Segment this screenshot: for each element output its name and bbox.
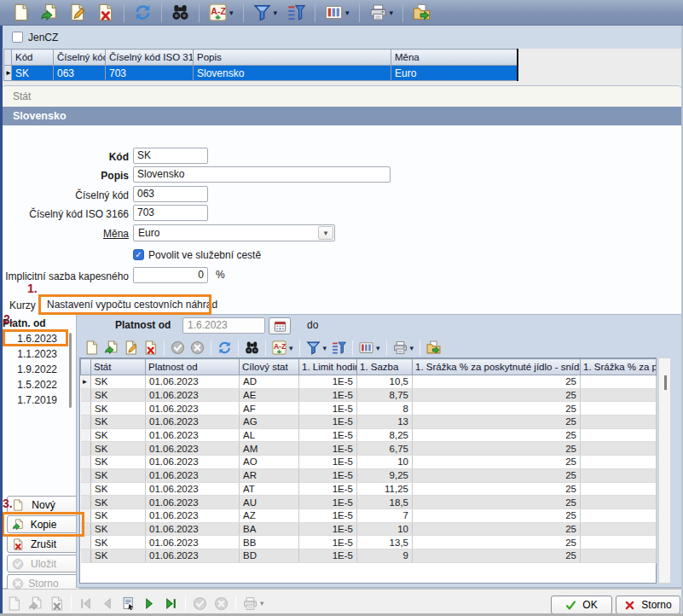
dropdown-arrow[interactable]: ▾ [289,344,293,352]
rates-cell[interactable]: 01.06.2023 [146,375,240,389]
rates-cell[interactable]: 13 [357,416,413,429]
refresh-button[interactable] [215,339,234,357]
rates-cell[interactable]: 01.06.2023 [146,442,240,456]
previous-record-button[interactable] [96,592,118,614]
col-limit-hodin[interactable]: 1. Limit hodin [299,359,357,375]
date-item[interactable]: 1.5.2022 [1,377,67,392]
countries-grid-selected-row[interactable]: ► SK 063 703 Slovensko Euro [4,66,518,81]
rates-cell[interactable]: AL [240,428,299,442]
rates-cell[interactable]: SK [91,549,146,562]
rates-cell[interactable] [581,416,657,429]
dropdown-arrow[interactable]: ▾ [410,344,414,352]
rates-cell[interactable] [581,402,657,416]
cell-ciselny-kod[interactable]: 063 [54,66,106,81]
rates-cell[interactable] [581,496,657,509]
rates-cell[interactable]: AF [240,402,299,416]
rates-cell[interactable]: SK [91,428,146,442]
delete-button[interactable] [46,592,67,614]
col-kod[interactable]: Kód [12,49,54,66]
new-button[interactable] [7,2,35,24]
rates-cell[interactable]: 01.06.2023 [146,482,240,496]
col-srazka-snidane[interactable]: 1. Srážka % za poskytnuté jídlo - snídan… [413,359,581,375]
col-cilovy-stat[interactable]: Cílový stat [240,359,299,375]
col-platnost-od[interactable]: Platnost od [146,359,240,375]
rates-cell[interactable]: 1E-5 [299,522,357,536]
new-button[interactable] [82,339,101,357]
povolit-checkbox[interactable]: ✓ [133,249,144,260]
rates-cell[interactable]: SK [91,536,146,549]
rates-cell[interactable]: SK [91,442,146,456]
rates-row[interactable]: SK01.06.2023AG1E-51325 [81,416,657,429]
dropdown-arrow[interactable]: ▾ [274,9,278,17]
rates-cell[interactable]: 10,5 [357,375,413,389]
rates-cell[interactable]: 25 [413,442,581,456]
rates-cell[interactable]: 6,75 [357,442,413,456]
nový-button[interactable]: Nový [7,496,80,514]
col-ciselny-kod[interactable]: Číselný kód [54,49,106,66]
platnost-od-input[interactable]: 1.6.2023 [182,317,265,334]
delete-button[interactable] [91,2,119,24]
rates-cell[interactable]: 25 [413,416,581,429]
povolit-label[interactable]: Povolit ve služební cestě [148,249,261,261]
rates-cell[interactable]: SK [91,388,146,402]
dropdown-arrow[interactable]: ▾ [376,344,380,352]
sort-button[interactable]: ▾ [204,2,239,24]
print-button[interactable]: ▾ [364,2,399,24]
rates-cell[interactable] [581,468,657,482]
rates-cell[interactable]: 01.06.2023 [146,402,240,416]
rates-cell[interactable]: 8,25 [357,428,413,442]
rates-cell[interactable]: 25 [413,456,581,469]
rates-cell[interactable] [581,482,657,496]
rates-cell[interactable]: 25 [413,388,581,402]
date-item[interactable]: 1.9.2022 [1,362,67,377]
confirm-button[interactable] [189,592,211,614]
copy-button[interactable] [25,592,46,614]
rates-cell[interactable] [581,442,657,456]
tab-kurzy[interactable]: Kurzy [9,299,36,311]
rates-cell[interactable]: 01.06.2023 [146,428,240,442]
rates-cell[interactable]: 25 [413,536,581,549]
rates-cell[interactable] [581,536,657,549]
rates-cell[interactable]: AG [240,416,299,429]
rates-cell[interactable]: 01.06.2023 [146,536,240,549]
rates-cell[interactable]: 01.06.2023 [146,522,240,536]
last-record-button[interactable] [160,592,182,614]
rates-cell[interactable]: SK [91,416,146,429]
rates-row[interactable]: SK01.06.2023AT1E-511,2525 [81,482,657,496]
scrollbar-thumb[interactable] [664,375,667,390]
dropdown-arrow[interactable]: ▾ [345,9,350,17]
rates-cell[interactable] [581,388,657,402]
rates-cell[interactable]: SK [91,482,146,496]
tab-nastaveni[interactable]: Nastavení vypočtu cestovních náhrad [47,299,217,311]
mena-combobox[interactable]: Euro ▾ [133,224,335,241]
search-button[interactable] [242,339,262,357]
iso-input[interactable]: 703 [133,205,208,221]
rates-cell[interactable]: BD [240,549,299,562]
rates-cell[interactable]: 8 [357,402,413,416]
delete-button[interactable] [141,339,160,357]
rates-cell[interactable]: 01.06.2023 [146,496,240,509]
rates-cell[interactable]: SK [91,496,146,509]
kopie-button[interactable]: Kopie [7,515,80,533]
rates-cell[interactable]: 10 [357,456,413,469]
columns-button[interactable]: ▾ [356,339,383,357]
rates-cell[interactable]: BA [240,522,299,536]
storno-button[interactable]: Storno [616,596,680,614]
cell-popis[interactable]: Slovensko [194,66,391,81]
rates-cell[interactable]: SK [91,402,146,416]
filter-button[interactable]: ▾ [248,2,283,24]
rates-row[interactable]: SK01.06.2023AL1E-58,2525 [81,428,657,442]
confirm-button[interactable] [168,339,188,357]
cancel-button[interactable] [188,339,207,357]
rates-cell[interactable]: 7 [357,508,413,522]
filter-settings-button[interactable] [282,2,310,24]
dropdown-arrow[interactable]: ▾ [229,9,234,17]
dropdown-arrow[interactable]: ▾ [323,344,327,352]
print-button[interactable]: ▾ [391,339,417,357]
rates-cell[interactable]: AO [240,456,299,469]
select-record-button[interactable] [118,592,139,614]
popis-input[interactable]: Slovensko [133,166,391,183]
rates-cell[interactable]: 8,75 [357,388,413,402]
export-button[interactable] [424,339,443,357]
next-record-button[interactable] [139,592,160,614]
